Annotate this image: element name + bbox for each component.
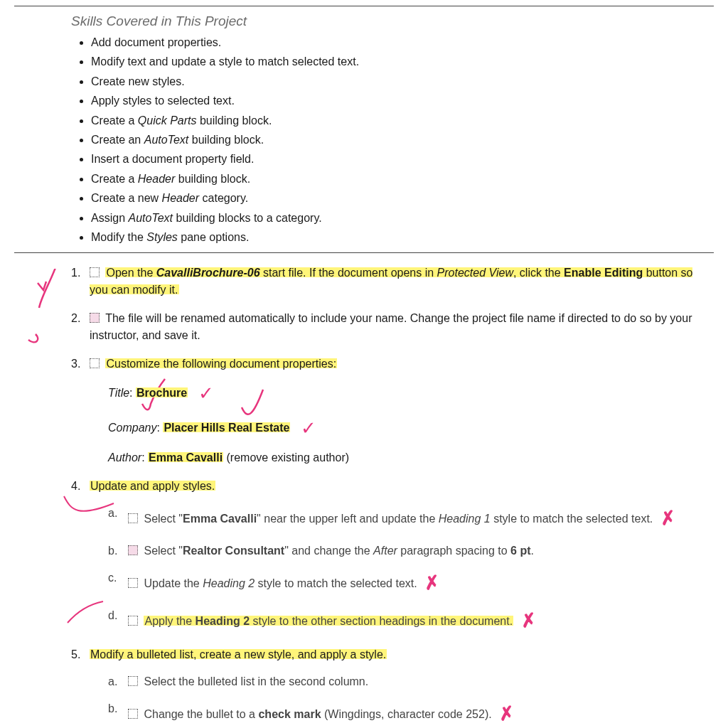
tick-mark-icon: ✓ [198,380,214,407]
substep: Select "Realtor Consultant" and change t… [108,542,714,560]
skill-item: Create a Quick Parts building block. [91,113,714,129]
property-row: Company: Placer Hills Real Estate ✓ [108,414,714,442]
property-row: Title: Brochure ✓ [108,380,714,407]
checkbox-icon [128,513,138,523]
checkbox-icon [128,676,138,686]
checkbox-icon [90,358,100,368]
step-4: Update and apply styles. Select "Emma Ca… [71,478,714,635]
skill-item: Create an AutoText building block. [91,132,714,148]
skill-item: Add document properties. [91,35,714,50]
substep: Select "Emma Cavalli" near the upper lef… [108,505,714,532]
skill-item: Modify text and update a style to match … [91,54,714,70]
steps-list: Open the CavalliBrochure-06 start file. … [71,264,714,728]
skill-item: Assign AutoText building blocks to a cat… [91,210,714,226]
skill-item: Apply styles to selected text. [91,93,714,109]
step-1: Open the CavalliBrochure-06 start file. … [71,264,714,299]
skill-item: Create new styles. [91,74,714,90]
substeps: Select the bulleted list in the second c… [108,673,714,728]
substep: Change the bullet to a check mark (Wingd… [108,700,714,728]
substeps: Select "Emma Cavalli" near the upper lef… [108,505,714,635]
checkbox-icon [128,578,138,588]
step-5: Modify a bulleted list, create a new sty… [71,646,714,728]
step-2: The file will be renamed automatically t… [71,310,714,344]
skills-heading: Skills Covered in This Project [71,14,714,29]
checkbox-icon [90,267,100,277]
checkbox-icon [128,545,138,555]
step-3: Customize the following document propert… [71,355,714,466]
checkbox-icon [90,313,100,323]
x-mark-icon: ✗ [658,504,678,534]
substep: Update the Heading 2 style to match the … [108,569,714,597]
skill-item: Create a new Header category. [91,191,714,206]
skill-item: Insert a document property field. [91,151,714,167]
skills-list: Add document properties. Modify text and… [71,35,714,245]
tick-mark-icon: ✓ [301,414,316,442]
property-row: Author: Emma Cavalli (remove existing au… [108,449,714,466]
checkbox-icon [128,616,138,626]
document-page: Skills Covered in This Project Add docum… [0,6,728,728]
top-rule [14,6,714,6]
substep: Select the bulleted list in the second c… [108,673,714,690]
skill-item: Create a Header building block. [91,171,714,187]
x-mark-icon: ✗ [519,606,538,636]
x-mark-icon: ✗ [498,700,517,728]
substep: Apply the Heading 2 style to the other s… [108,607,714,635]
x-mark-icon: ✗ [423,569,442,599]
skill-item: Modify the Styles pane options. [91,230,714,245]
mid-rule [14,252,714,253]
checkbox-icon [128,709,138,719]
